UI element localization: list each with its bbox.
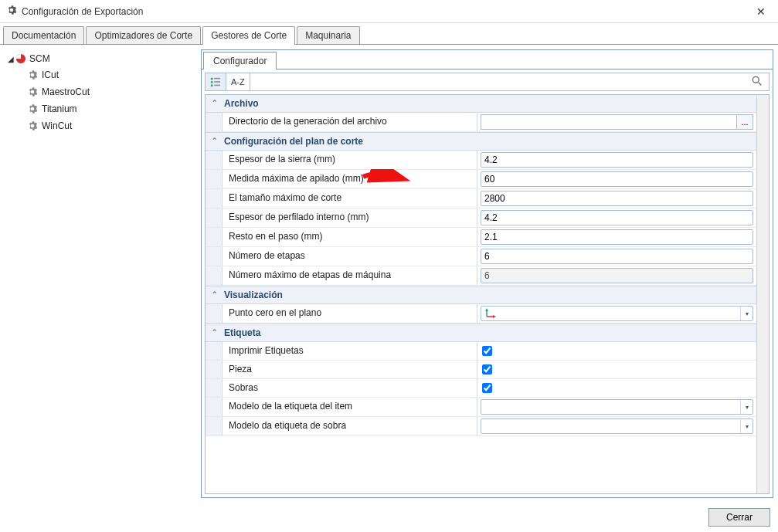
close-button[interactable]: Cerrar <box>708 508 770 527</box>
titlebar: Configuración de Exportación ✕ <box>0 0 778 23</box>
property-row: Número máximo de etapas de máquina <box>206 266 756 286</box>
origin-icon <box>484 308 497 319</box>
category-title: Etiqueta <box>224 327 260 338</box>
property-value: ▾ <box>477 304 756 323</box>
property-label: Sobras <box>223 379 477 397</box>
property-row: Número de etapas <box>206 247 756 266</box>
property-row: Directorio de la generación del archivo.… <box>206 113 756 132</box>
row-gutter <box>206 189 223 208</box>
property-label: Pieza <box>223 361 477 378</box>
text-field[interactable] <box>481 152 753 168</box>
sub-tabs: Configurador <box>202 50 773 69</box>
property-row: Modelo de la etiqueta del item▾ <box>206 398 756 417</box>
row-gutter <box>206 361 223 378</box>
checkbox[interactable] <box>482 383 492 393</box>
alphabetical-button[interactable]: A-Z <box>226 73 250 90</box>
chevron-down-icon[interactable]: ▾ <box>740 400 753 414</box>
tree-item-titanium[interactable]: Titanium <box>25 100 196 117</box>
property-value <box>477 170 756 188</box>
svg-rect-6 <box>214 85 220 86</box>
row-gutter <box>206 379 223 397</box>
text-field[interactable] <box>481 249 753 264</box>
svg-line-8 <box>759 82 762 85</box>
chevron-up-icon: ⌃ <box>212 290 218 298</box>
row-gutter <box>206 228 223 246</box>
gear-icon <box>26 103 39 115</box>
dropdown[interactable]: ▾ <box>481 399 753 415</box>
text-field[interactable] <box>481 229 753 245</box>
chevron-up-icon: ⌃ <box>212 137 218 144</box>
property-row: Punto cero en el plano▾ <box>206 304 756 324</box>
dropdown-value <box>481 419 740 433</box>
property-label: Imprimir Etiquetas <box>223 342 477 360</box>
close-icon[interactable]: ✕ <box>750 2 772 21</box>
checkbox[interactable] <box>482 346 492 356</box>
property-value <box>477 189 756 208</box>
path-field[interactable] <box>481 114 737 130</box>
search-icon[interactable] <box>746 76 769 89</box>
tab-optimizadores[interactable]: Optimizadores de Corte <box>86 26 201 44</box>
svg-point-7 <box>753 76 759 83</box>
property-label: Número máximo de etapas de máquina <box>223 266 477 285</box>
category-header[interactable]: ⌃Etiqueta <box>206 324 756 342</box>
row-gutter <box>206 247 223 266</box>
property-row: Espesor de perfilado interno (mm) <box>206 208 756 228</box>
chevron-up-icon: ⌃ <box>212 99 218 107</box>
property-label: Medida máxima de apilado (mm) <box>223 170 477 188</box>
svg-rect-4 <box>214 81 220 83</box>
tree-item-icut[interactable]: ICut <box>25 66 196 83</box>
row-gutter <box>206 398 223 416</box>
property-label: Espesor de la sierra (mm) <box>223 151 477 169</box>
tab-documentacion[interactable]: Documentación <box>3 26 84 44</box>
property-value <box>477 361 756 378</box>
chevron-down-icon[interactable]: ▾ <box>740 307 753 320</box>
scm-logo-icon <box>15 53 26 64</box>
tree-item-label: WinCut <box>42 120 72 131</box>
row-gutter <box>206 342 223 360</box>
text-field[interactable] <box>481 191 753 206</box>
search-input[interactable] <box>250 73 746 90</box>
property-value <box>477 266 756 285</box>
category-header[interactable]: ⌃Visualización <box>206 286 756 304</box>
chevron-up-icon: ⌃ <box>212 328 218 336</box>
gear-icon <box>26 69 39 81</box>
tree: ◢ SCM ICut MaestroCut <box>0 45 201 503</box>
tree-item-label: Titanium <box>42 103 77 114</box>
svg-marker-10 <box>485 308 488 311</box>
property-label: Espesor de perfilado interno (mm) <box>223 208 477 227</box>
subtab-configurador[interactable]: Configurador <box>203 52 277 69</box>
row-gutter <box>206 208 223 227</box>
tree-children: ICut MaestroCut Titanium WinCut <box>5 66 196 134</box>
tree-item-wincut[interactable]: WinCut <box>25 117 196 134</box>
dropdown[interactable]: ▾ <box>481 306 753 321</box>
property-row: Imprimir Etiquetas <box>206 342 756 361</box>
property-value <box>477 342 756 360</box>
browse-button[interactable]: ... <box>736 114 753 130</box>
categorized-button[interactable] <box>206 73 226 90</box>
propgrid-toolbar: A-Z <box>205 73 770 91</box>
chevron-down-icon[interactable]: ▾ <box>740 419 753 433</box>
svg-marker-12 <box>493 315 496 318</box>
right-pane: Configurador A-Z ⌃ArchivoDirectorio de l… <box>201 45 778 503</box>
dropdown[interactable]: ▾ <box>481 418 753 434</box>
tree-item-maestrocut[interactable]: MaestroCut <box>25 83 196 100</box>
tab-gestores[interactable]: Gestores de Corte <box>202 26 295 45</box>
row-gutter <box>206 266 223 285</box>
svg-rect-2 <box>214 78 220 80</box>
dropdown-value <box>481 400 740 414</box>
row-gutter <box>206 151 223 169</box>
gear-icon <box>26 86 39 98</box>
checkbox[interactable] <box>482 364 492 374</box>
category-header[interactable]: ⌃Archivo <box>206 95 756 113</box>
dropdown-value <box>481 307 740 320</box>
tree-item-label: MaestroCut <box>42 86 90 97</box>
scrollbar[interactable] <box>756 95 769 493</box>
text-field[interactable] <box>481 210 753 225</box>
tree-item-label: ICut <box>42 69 59 80</box>
tab-maquinaria[interactable]: Maquinaria <box>297 26 359 44</box>
property-value <box>477 151 756 169</box>
text-field[interactable] <box>481 171 753 187</box>
window-title: Configuración de Exportación <box>22 6 750 17</box>
category-header[interactable]: ⌃Configuración del plan de corte <box>206 132 756 151</box>
tree-root-scm[interactable]: ◢ SCM <box>5 51 196 66</box>
